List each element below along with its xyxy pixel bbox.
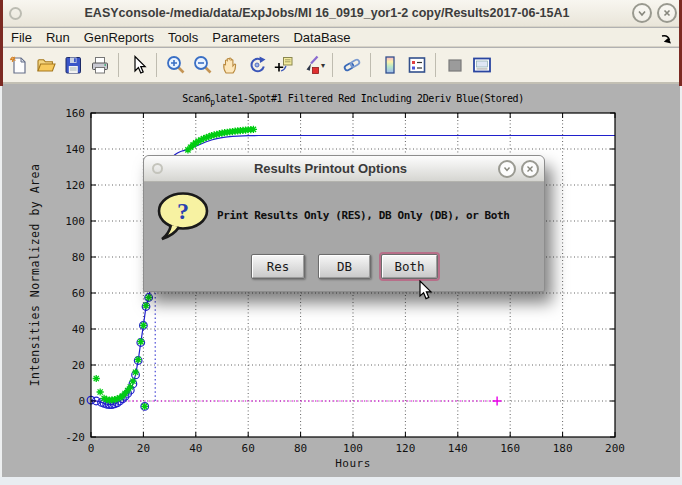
dialog-message: Print Results Only (RES), DB Only (DB), … bbox=[217, 209, 509, 222]
svg-text:160: 160 bbox=[65, 107, 85, 120]
new-document-icon[interactable] bbox=[6, 53, 31, 78]
svg-text:80: 80 bbox=[72, 251, 85, 264]
mouse-cursor-icon bbox=[419, 280, 436, 306]
close-icon bbox=[525, 164, 535, 174]
open-file-icon[interactable] bbox=[33, 53, 58, 78]
svg-text:40: 40 bbox=[189, 442, 202, 455]
toolbar-separator bbox=[118, 53, 119, 77]
x-axis-label: Hours bbox=[335, 457, 371, 470]
dialog-minimize-button[interactable] bbox=[498, 160, 516, 178]
chevron-down-icon bbox=[502, 164, 512, 174]
show-plot-tools-icon[interactable] bbox=[469, 53, 494, 78]
zoom-in-icon[interactable] bbox=[163, 53, 188, 78]
svg-text:180: 180 bbox=[553, 442, 573, 455]
pan-icon[interactable] bbox=[217, 53, 242, 78]
svg-text:60: 60 bbox=[242, 442, 255, 455]
dialog-menu-icon bbox=[152, 163, 163, 174]
question-icon: ? bbox=[156, 190, 212, 246]
svg-text:200: 200 bbox=[605, 442, 625, 455]
menu-parameters[interactable]: Parameters bbox=[212, 30, 279, 45]
both-button[interactable]: Both bbox=[381, 254, 438, 279]
figure-toolbar: ▾ bbox=[0, 48, 682, 84]
close-icon bbox=[661, 7, 673, 19]
window-border-left bbox=[0, 86, 2, 477]
menu-file[interactable]: File bbox=[11, 30, 32, 45]
window-border-bottom bbox=[0, 477, 682, 485]
window-border-left-top bbox=[0, 0, 3, 86]
res-button[interactable]: Res bbox=[251, 254, 305, 279]
insert-colorbar-icon[interactable] bbox=[377, 53, 402, 78]
svg-text:60: 60 bbox=[72, 287, 85, 300]
easyconsole-window: EASYconsole-/media/data/ExpJobs/MI 16_09… bbox=[0, 0, 682, 485]
toolbar-separator bbox=[156, 53, 157, 77]
window-menu-icon bbox=[9, 7, 22, 20]
y-axis-label: Intensities Normalized by Area bbox=[28, 164, 42, 387]
toolbar-separator bbox=[332, 53, 333, 77]
svg-text:140: 140 bbox=[448, 442, 468, 455]
dialog-close-button[interactable] bbox=[521, 160, 539, 178]
svg-text:100: 100 bbox=[65, 215, 85, 228]
chevron-down-icon bbox=[636, 7, 648, 19]
data-cursor-icon[interactable] bbox=[271, 53, 296, 78]
zoom-out-icon[interactable] bbox=[190, 53, 215, 78]
menu-run[interactable]: Run bbox=[46, 30, 70, 45]
svg-text:80: 80 bbox=[294, 442, 307, 455]
window-minimize-button[interactable] bbox=[632, 3, 652, 23]
hide-plot-tools-icon[interactable] bbox=[442, 53, 467, 78]
window-close-button[interactable] bbox=[657, 3, 677, 23]
svg-text:0: 0 bbox=[88, 442, 95, 455]
menu-tools[interactable]: Tools bbox=[168, 30, 198, 45]
svg-text:40: 40 bbox=[72, 323, 85, 336]
svg-text:160: 160 bbox=[500, 442, 520, 455]
svg-text:120: 120 bbox=[65, 179, 85, 192]
svg-text:120: 120 bbox=[395, 442, 415, 455]
menu-genreports[interactable]: GenReports bbox=[84, 30, 154, 45]
svg-text:20: 20 bbox=[137, 442, 150, 455]
save-figure-icon[interactable] bbox=[60, 53, 85, 78]
rotate-3d-icon[interactable] bbox=[244, 53, 269, 78]
dialog-body: ? Print Results Only (RES), DB Only (DB)… bbox=[144, 182, 544, 292]
menu-database[interactable]: DataBase bbox=[293, 30, 350, 45]
pointer-icon[interactable] bbox=[125, 53, 150, 78]
svg-text:0: 0 bbox=[78, 395, 85, 408]
svg-text:?: ? bbox=[177, 198, 189, 224]
print-figure-icon[interactable] bbox=[87, 53, 112, 78]
toolbar-separator bbox=[370, 53, 371, 77]
undock-arrow-icon[interactable] bbox=[660, 31, 673, 49]
svg-text:140: 140 bbox=[65, 143, 85, 156]
svg-text:-20: -20 bbox=[65, 431, 85, 444]
brush-dropdown-caret[interactable]: ▾ bbox=[321, 61, 325, 70]
svg-text:100: 100 bbox=[343, 442, 363, 455]
dialog-title: Results Printout Options bbox=[163, 161, 498, 176]
insert-legend-icon[interactable] bbox=[404, 53, 429, 78]
brush-data-icon[interactable] bbox=[298, 53, 323, 78]
link-plot-icon[interactable] bbox=[339, 53, 364, 78]
svg-text:20: 20 bbox=[72, 359, 85, 372]
window-titlebar[interactable]: EASYconsole-/media/data/ExpJobs/MI 16_09… bbox=[0, 0, 682, 27]
window-title: EASYconsole-/media/data/ExpJobs/MI 16_09… bbox=[22, 6, 632, 20]
db-button[interactable]: DB bbox=[318, 254, 371, 279]
results-printout-dialog: Results Printout Options ? Print Results… bbox=[143, 155, 545, 292]
menubar: File Run GenReports Tools Parameters Dat… bbox=[0, 28, 682, 47]
dialog-titlebar[interactable]: Results Printout Options bbox=[144, 156, 544, 182]
toolbar-separator bbox=[435, 53, 436, 77]
